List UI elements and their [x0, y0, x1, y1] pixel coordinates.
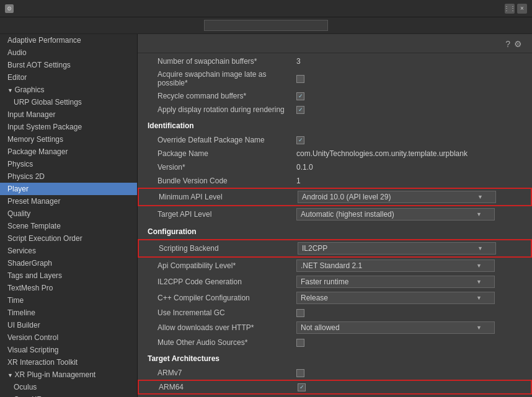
prop-row: Scripting BackendIL2CPP▼: [138, 239, 532, 258]
identification-header: Identification: [138, 118, 532, 132]
prop-row: Target API LevelAutomatic (highest insta…: [138, 206, 532, 222]
target-arch-header: Target Architectures: [138, 351, 532, 365]
sidebar-item-xr-interaction-toolkit[interactable]: XR Interaction Toolkit: [0, 356, 137, 369]
dropdown[interactable]: Not allowed▼: [296, 321, 495, 334]
sidebar-item-version-control[interactable]: Version Control: [0, 331, 137, 344]
prop-row: C++ Compiler ConfigurationRelease▼: [138, 290, 532, 306]
checkbox[interactable]: [296, 92, 304, 100]
sidebar-item-audio[interactable]: Audio: [0, 46, 137, 59]
prop-value: 0.1.0: [296, 163, 522, 172]
sidebar-item-graphics[interactable]: Graphics: [0, 84, 137, 96]
prop-label: Use Incremental GC: [148, 308, 296, 317]
prop-value: Faster runtime▼: [296, 276, 522, 288]
chevron-down-icon: ▼: [476, 211, 482, 217]
prop-label: Number of swapchain buffers*: [148, 57, 296, 66]
prop-value: [296, 369, 522, 377]
checkbox[interactable]: [296, 309, 304, 317]
sidebar-item-memory-settings[interactable]: Memory Settings: [0, 133, 137, 146]
prop-value: [296, 309, 522, 317]
main-content: Adaptive PerformanceAudioBurst AOT Setti…: [0, 34, 532, 397]
sidebar-item-openxr[interactable]: OpenXR: [0, 393, 137, 397]
prop-value: Release▼: [296, 292, 522, 304]
sidebar-item-quality[interactable]: Quality: [0, 207, 137, 220]
header-icons: ? ⚙: [505, 39, 522, 49]
prop-value: 3: [296, 57, 522, 66]
prop-row: Package Namecom.UnityTechnologies.com.un…: [138, 147, 532, 160]
sidebar-item-ui-builder[interactable]: UI Builder: [0, 319, 137, 331]
sidebar-item-scene-template[interactable]: Scene Template: [0, 220, 137, 232]
dropdown[interactable]: IL2CPP▼: [298, 242, 496, 255]
prop-label: Acquire swapchain image late as possible…: [148, 70, 296, 87]
sidebar-item-tags-and-layers[interactable]: Tags and Layers: [0, 269, 137, 282]
prop-row: Recycle command buffers*: [138, 89, 532, 103]
configuration-rows: Scripting BackendIL2CPP▼Api Compatibilit…: [138, 238, 532, 351]
sidebar-item-shadergraph[interactable]: ShaderGraph: [0, 257, 137, 269]
sidebar-item-editor[interactable]: Editor: [0, 71, 137, 84]
settings-icon-btn[interactable]: ⚙: [514, 39, 522, 49]
sidebar-item-oculus[interactable]: Oculus: [0, 381, 137, 393]
text-value: 3: [296, 57, 301, 66]
checkbox[interactable]: [296, 339, 304, 347]
configuration-header: Configuration: [138, 224, 532, 238]
sidebar-item-input-manager[interactable]: Input Manager: [0, 108, 137, 121]
dropdown[interactable]: .NET Standard 2.1▼: [296, 260, 495, 272]
sidebar-item-preset-manager[interactable]: Preset Manager: [0, 195, 137, 207]
dropdown[interactable]: Android 10.0 (API level 29)▼: [298, 191, 496, 203]
sidebar-item-timeline[interactable]: Timeline: [0, 307, 137, 319]
dropdown-value: Automatic (highest installed): [301, 210, 394, 219]
prop-label: Apply display rotation during rendering: [148, 105, 296, 114]
title-bar: ⚙ ⋮⋮ ×: [0, 0, 532, 17]
sidebar-item-burst-aot-settings[interactable]: Burst AOT Settings: [0, 59, 137, 71]
search-input[interactable]: [204, 20, 328, 31]
prop-row: Version*0.1.0: [138, 160, 532, 174]
checkbox[interactable]: [296, 369, 304, 377]
dropdown-value: .NET Standard 2.1: [301, 261, 362, 270]
prop-label: Package Name: [148, 149, 296, 158]
prop-label: Scripting Backend: [149, 244, 298, 253]
dropdown-value: Faster runtime: [301, 277, 348, 286]
sidebar-item-xr-plug-in-management[interactable]: XR Plug-in Management: [0, 369, 137, 381]
sidebar-item-urp-global-settings[interactable]: URP Global Settings: [0, 96, 137, 108]
checkbox[interactable]: [296, 75, 304, 83]
sidebar-item-physics-2d[interactable]: Physics 2D: [0, 170, 137, 183]
checkbox[interactable]: [298, 383, 306, 391]
prop-value: [296, 106, 522, 114]
sidebar-item-package-manager[interactable]: Package Manager: [0, 146, 137, 158]
sidebar-item-textmesh-pro[interactable]: TextMesh Pro: [0, 282, 137, 294]
prop-row: ARMv7: [138, 366, 532, 380]
checkbox[interactable]: [296, 136, 304, 144]
sidebar-item-time[interactable]: Time: [0, 294, 137, 307]
prop-row: Number of swapchain buffers*3: [138, 55, 532, 68]
dropdown[interactable]: Release▼: [296, 292, 495, 304]
dropdown-value: Release: [301, 294, 328, 302]
prop-row: Mute Other Audio Sources*: [138, 336, 532, 349]
prop-label: Override Default Package Name: [148, 136, 296, 144]
dropdown-value: Not allowed: [301, 323, 340, 332]
sidebar-item-player[interactable]: Player: [0, 183, 137, 195]
help-icon-btn[interactable]: ?: [505, 39, 510, 49]
dropdown[interactable]: Automatic (highest installed)▼: [296, 208, 495, 220]
sidebar-item-adaptive-performance[interactable]: Adaptive Performance: [0, 34, 137, 46]
prop-label: ARM64: [149, 383, 298, 391]
prop-row: Acquire swapchain image late as possible…: [138, 68, 532, 89]
prop-label: Target API Level: [148, 210, 296, 219]
sidebar: Adaptive PerformanceAudioBurst AOT Setti…: [0, 34, 138, 397]
prop-value: [296, 339, 522, 347]
prop-value: .NET Standard 2.1▼: [296, 260, 522, 272]
sidebar-item-services[interactable]: Services: [0, 245, 137, 257]
chevron-down-icon: ▼: [477, 194, 483, 200]
app-icon: ⚙: [5, 4, 14, 13]
prop-label: Version*: [148, 163, 296, 172]
sidebar-item-input-system-package[interactable]: Input System Package: [0, 121, 137, 133]
prop-row: Override Default Package Name: [138, 133, 532, 147]
content-header: ? ⚙: [138, 34, 532, 53]
chevron-down-icon: ▼: [476, 263, 482, 269]
prop-label: ARMv7: [148, 369, 296, 377]
sidebar-item-script-execution-order[interactable]: Script Execution Order: [0, 232, 137, 245]
dropdown[interactable]: Faster runtime▼: [296, 276, 495, 288]
title-bar-more-btn[interactable]: ⋮⋮: [505, 4, 515, 14]
sidebar-item-physics[interactable]: Physics: [0, 158, 137, 170]
title-bar-close-btn[interactable]: ×: [517, 4, 527, 14]
sidebar-item-visual-scripting[interactable]: Visual Scripting: [0, 344, 137, 356]
checkbox[interactable]: [296, 106, 304, 114]
